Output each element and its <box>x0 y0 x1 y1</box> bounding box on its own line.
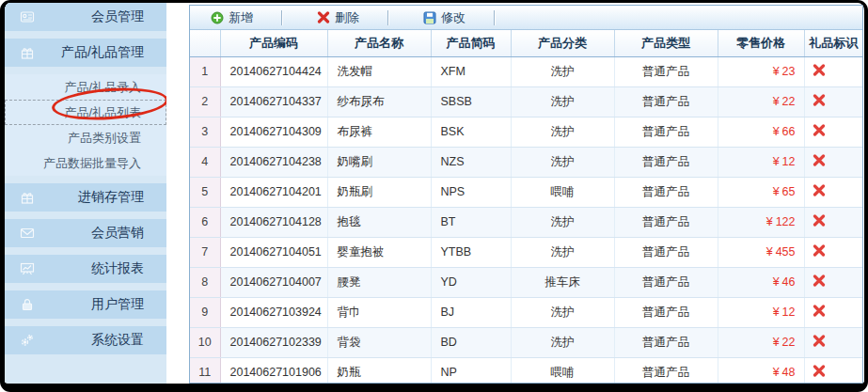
price-value: 66 <box>782 125 796 138</box>
gift-flag-x-icon[interactable] <box>813 274 826 287</box>
sidebar-item-member-management[interactable]: 会员管理 <box>5 3 166 31</box>
table-row[interactable]: 10 20140627102339 背袋 BD 洗护 普通产品 ¥22 <box>190 327 862 357</box>
product-type-cell: 普通产品 <box>614 357 718 383</box>
column-header-short-code[interactable]: 产品简码 <box>431 30 511 56</box>
gears-icon <box>20 333 35 348</box>
sidebar-content-gap <box>166 3 189 384</box>
save-icon <box>423 11 436 24</box>
product-shortcode-cell: NPS <box>431 177 511 207</box>
product-type-cell: 普通产品 <box>614 327 718 357</box>
table-row[interactable]: 1 20140627104424 洗发帽 XFM 洗护 普通产品 ¥23 <box>190 56 862 86</box>
product-code-cell: 20140627101906 <box>220 357 327 383</box>
product-name-cell: 布尿裤 <box>327 117 431 147</box>
table-row[interactable]: 8 20140627104007 腰凳 YD 推车床 普通产品 ¥46 <box>190 267 862 297</box>
retail-price-cell: ¥66 <box>718 117 804 147</box>
row-number: 2 <box>190 86 220 117</box>
column-header-retail-price[interactable]: 零售价格 <box>718 30 804 56</box>
gift-icon <box>20 45 35 60</box>
sidebar: 会员管理 产品/礼品管理 产品/礼品录入 产品/礼品列表 产品类别设置 产品数据… <box>5 3 166 384</box>
row-number: 8 <box>190 267 220 297</box>
gift-flag-cell <box>804 267 862 297</box>
retail-price-cell: ¥23 <box>718 56 804 86</box>
row-number: 1 <box>190 56 220 86</box>
sidebar-item-label: 统计报表 <box>91 260 144 277</box>
sidebar-item-user-management[interactable]: 用户管理 <box>5 290 166 319</box>
gift-flag-cell <box>804 177 862 207</box>
sidebar-subitem-batch-import[interactable]: 产品数据批量导入 <box>5 150 166 176</box>
product-name-cell: 婴童抱被 <box>327 237 431 267</box>
currency-symbol: ¥ <box>773 185 780 198</box>
gift-flag-cell <box>804 86 862 117</box>
retail-price-cell: ¥22 <box>718 327 804 357</box>
product-category-cell: 推车床 <box>511 267 614 297</box>
column-header-gift-flag[interactable]: 礼品标识 <box>804 30 862 56</box>
price-value: 455 <box>776 245 796 259</box>
box-icon <box>20 190 35 205</box>
product-name-cell: 抱毯 <box>327 207 431 237</box>
table-row[interactable]: 3 20140627104309 布尿裤 BSK 洗护 普通产品 ¥66 <box>190 117 862 147</box>
delete-button[interactable]: 删除 <box>309 8 367 28</box>
currency-symbol: ¥ <box>766 215 773 228</box>
sidebar-subitem-product-entry[interactable]: 产品/礼品录入 <box>5 74 166 100</box>
sidebar-item-inventory-management[interactable]: 进销存管理 <box>5 183 166 212</box>
sidebar-subitem-category-settings[interactable]: 产品类别设置 <box>5 125 166 150</box>
product-shortcode-cell: BT <box>431 207 511 237</box>
row-number: 3 <box>190 117 220 147</box>
sidebar-item-system-settings[interactable]: 系统设置 <box>5 326 166 354</box>
product-type-cell: 普通产品 <box>614 56 718 86</box>
product-shortcode-cell: XFM <box>431 56 511 86</box>
currency-symbol: ¥ <box>766 245 773 259</box>
product-code-cell: 20140627104128 <box>220 207 327 237</box>
sidebar-item-label: 进销存管理 <box>78 189 144 206</box>
edit-button[interactable]: 修改 <box>416 8 473 28</box>
column-header-type[interactable]: 产品类型 <box>614 30 718 56</box>
row-number: 9 <box>190 297 220 327</box>
column-header-product-name[interactable]: 产品名称 <box>327 30 431 56</box>
sidebar-subitem-product-list[interactable]: 产品/礼品列表 <box>5 100 166 125</box>
product-shortcode-cell: NP <box>431 357 511 383</box>
sidebar-subitem-label: 产品/礼品录入 <box>64 79 141 96</box>
table-row[interactable]: 5 20140627104201 奶瓶刷 NPS 喂哺 普通产品 ¥65 <box>190 177 862 207</box>
delete-icon <box>317 11 330 24</box>
product-type-cell: 普通产品 <box>614 267 718 297</box>
toolbar: 新增 删除 修改 <box>190 6 862 30</box>
column-header-product-code[interactable]: 产品编码 <box>220 30 327 56</box>
product-category-cell: 洗护 <box>511 86 614 117</box>
column-header-category[interactable]: 产品分类 <box>511 30 614 56</box>
product-shortcode-cell: YTBB <box>431 237 511 267</box>
currency-symbol: ¥ <box>773 155 780 168</box>
sidebar-item-label: 系统设置 <box>91 332 144 349</box>
table-row[interactable]: 6 20140627104128 抱毯 BT 洗护 普通产品 ¥122 <box>190 207 862 237</box>
table-row[interactable]: 4 20140627104238 奶嘴刷 NZS 洗护 普通产品 ¥12 <box>190 147 862 177</box>
table-row[interactable]: 2 20140627104337 纱布尿布 SBSB 洗护 普通产品 ¥22 <box>190 86 862 117</box>
product-code-cell: 20140627104007 <box>220 267 327 297</box>
gift-flag-x-icon[interactable] <box>813 305 826 317</box>
price-value: 12 <box>782 306 796 319</box>
row-number: 6 <box>190 207 220 237</box>
gift-flag-x-icon[interactable] <box>813 214 826 227</box>
gift-flag-x-icon[interactable] <box>813 64 826 76</box>
sidebar-item-product-gift-management[interactable]: 产品/礼品管理 <box>5 39 166 67</box>
price-value: 23 <box>782 65 796 78</box>
sidebar-item-statistics-reports[interactable]: 统计报表 <box>5 255 166 283</box>
sidebar-subitem-label: 产品类别设置 <box>68 130 141 147</box>
add-button[interactable]: 新增 <box>203 8 260 28</box>
product-name-cell: 奶瓶 <box>327 357 431 383</box>
table-row[interactable]: 9 20140627103924 背巾 BJ 洗护 普通产品 ¥12 <box>190 297 862 327</box>
product-name-cell: 背袋 <box>327 327 431 357</box>
gift-flag-x-icon[interactable] <box>813 335 826 347</box>
table-row[interactable]: 11 20140627101906 奶瓶 NP 喂哺 普通产品 ¥48 <box>190 357 862 383</box>
gift-flag-x-icon[interactable] <box>813 365 826 377</box>
gift-flag-x-icon[interactable] <box>813 94 826 106</box>
sidebar-item-label: 会员营销 <box>91 225 144 242</box>
gift-flag-x-icon[interactable] <box>813 244 826 257</box>
gift-flag-x-icon[interactable] <box>813 154 826 166</box>
table-row[interactable]: 7 20140627104051 婴童抱被 YTBB 洗护 普通产品 ¥455 <box>190 237 862 267</box>
gift-flag-x-icon[interactable] <box>813 124 826 136</box>
edit-button-label: 修改 <box>441 9 466 26</box>
sidebar-item-member-marketing[interactable]: 会员营销 <box>5 219 166 247</box>
sidebar-item-label: 用户管理 <box>91 296 144 313</box>
sidebar-subitem-label: 产品数据批量导入 <box>43 155 141 172</box>
gift-flag-x-icon[interactable] <box>813 184 826 196</box>
retail-price-cell: ¥48 <box>718 357 804 383</box>
